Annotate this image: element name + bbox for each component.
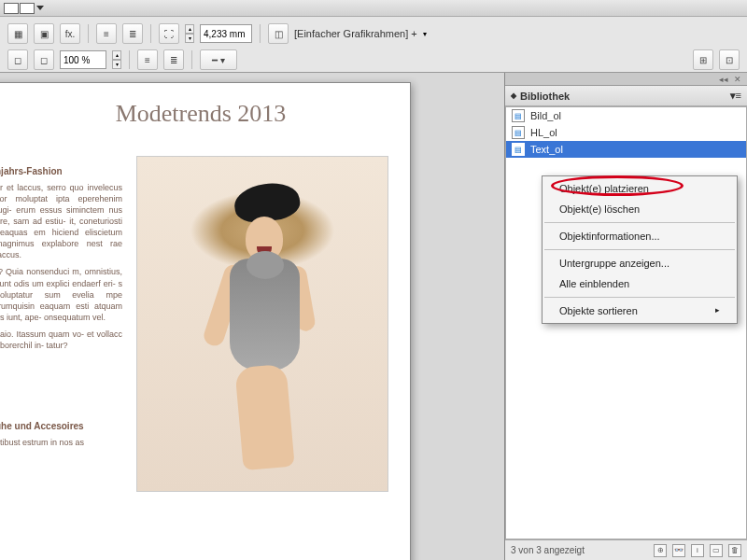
view-tab-icon[interactable]: [20, 3, 35, 14]
document-canvas[interactable]: Modetrends 2013 hjahrs-Fashion er et lac…: [0, 73, 504, 560]
collapse-icon[interactable]: ◂◂: [719, 75, 728, 84]
zoom-input[interactable]: [60, 50, 106, 69]
ctx-delete-objects[interactable]: Objekt(e) löschen: [543, 199, 737, 219]
separator: [544, 297, 735, 298]
item-label: HL_ol: [530, 127, 557, 138]
image-frame: [136, 156, 388, 492]
tool-align-icon[interactable]: ≣: [163, 49, 184, 70]
tool-align-icon[interactable]: ≡: [137, 49, 158, 70]
tool-crop-icon[interactable]: ⛶: [159, 23, 179, 44]
tool-wrap-icon[interactable]: ≣: [122, 23, 143, 44]
footer-icon[interactable]: ⊕: [654, 544, 667, 557]
tool-square-icon[interactable]: ◻: [34, 49, 54, 70]
body-text: naio. Itassum quam vo- et vollacc aborer…: [0, 329, 122, 351]
footer-icon[interactable]: ▭: [710, 544, 723, 557]
tool-misc-icon[interactable]: ⊞: [693, 49, 713, 70]
view-tab-icon[interactable]: [4, 3, 19, 14]
item-icon: ▤: [512, 126, 525, 139]
page: Modetrends 2013 hjahrs-Fashion er et lac…: [0, 82, 411, 560]
chevron-down-icon[interactable]: ▾: [423, 30, 427, 38]
tool-square-icon[interactable]: ◻: [7, 49, 28, 70]
footer-icon[interactable]: 👓: [672, 544, 685, 557]
tool-align-icon[interactable]: ≡: [96, 23, 117, 44]
panel-title: Bibliothek: [520, 91, 570, 102]
panel-header[interactable]: ◆ Bibliothek ▾≡: [505, 86, 747, 106]
item-icon: ▤: [512, 109, 525, 122]
item-label: Bild_ol: [530, 110, 561, 121]
body-text: ptibust estrum in nos as: [0, 437, 122, 448]
trash-icon[interactable]: 🗑: [728, 544, 741, 557]
panel-footer: 3 von 3 angezeigt ⊕ 👓 i ▭ 🗑: [505, 539, 747, 560]
separator: [544, 222, 735, 223]
library-item-selected[interactable]: ▤ Text_ol: [506, 141, 746, 158]
subheading: hjahrs-Fashion: [0, 165, 122, 178]
library-item[interactable]: ▤ HL_ol: [506, 124, 746, 141]
item-label: Text_ol: [530, 144, 563, 155]
window-tab-bar: [0, 0, 747, 17]
tool-line-icon[interactable]: ━ ▾: [200, 49, 237, 70]
size-input[interactable]: [200, 24, 252, 43]
toolbar: ▦ ▣ fx. ≡ ≣ ⛶ ▴▾ ◫ [Einfacher Grafikrahm…: [0, 17, 747, 73]
footer-status: 3 von 3 angezeigt: [511, 545, 585, 555]
body-text: r? Quia nonsenduci m, omnistius, sunt od…: [0, 266, 122, 323]
item-icon: ▤: [512, 143, 525, 156]
tool-fx-icon[interactable]: fx.: [60, 23, 80, 44]
library-item[interactable]: ▤ Bild_ol: [506, 107, 746, 124]
model-photo-placeholder: [188, 165, 337, 483]
footer-icon[interactable]: i: [691, 544, 704, 557]
separator: [544, 249, 735, 250]
style-menu-label[interactable]: [Einfacher Grafikrahmen] +: [294, 28, 417, 39]
panel-menu-icon[interactable]: ▾≡: [730, 90, 741, 102]
subheading: uhe und Accesoires: [0, 420, 122, 433]
ctx-place-objects[interactable]: Objekt(e) platzieren: [543, 178, 737, 199]
expand-icon: ◆: [511, 91, 516, 100]
context-menu: Objekt(e) platzieren Objekt(e) löschen O…: [542, 175, 738, 324]
tool-fit-icon[interactable]: ▣: [34, 23, 54, 44]
tool-misc-icon[interactable]: ⊡: [719, 49, 740, 70]
panel-tab-bar: ◂◂ ✕: [505, 73, 747, 86]
stepper-icon[interactable]: ▴▾: [185, 24, 194, 43]
stepper-icon[interactable]: ▴▾: [112, 50, 121, 69]
ctx-sort-objects[interactable]: Objekte sortieren: [543, 301, 737, 321]
tool-style-icon[interactable]: ◫: [268, 23, 289, 44]
tool-content-icon[interactable]: ▦: [7, 23, 28, 44]
close-icon[interactable]: ✕: [734, 75, 741, 84]
page-title: Modetrends 2013: [0, 100, 410, 128]
text-column: hjahrs-Fashion er et laccus, serro quo i…: [0, 158, 122, 454]
body-text: er et laccus, serro quo invelecus cor mo…: [0, 182, 122, 261]
ctx-show-all[interactable]: Alle einblenden: [543, 273, 737, 294]
dropdown-icon[interactable]: [36, 6, 44, 10]
ctx-object-info[interactable]: Objektinformationen...: [543, 226, 737, 246]
ctx-show-subgroup[interactable]: Untergruppe anzeigen...: [543, 253, 737, 273]
